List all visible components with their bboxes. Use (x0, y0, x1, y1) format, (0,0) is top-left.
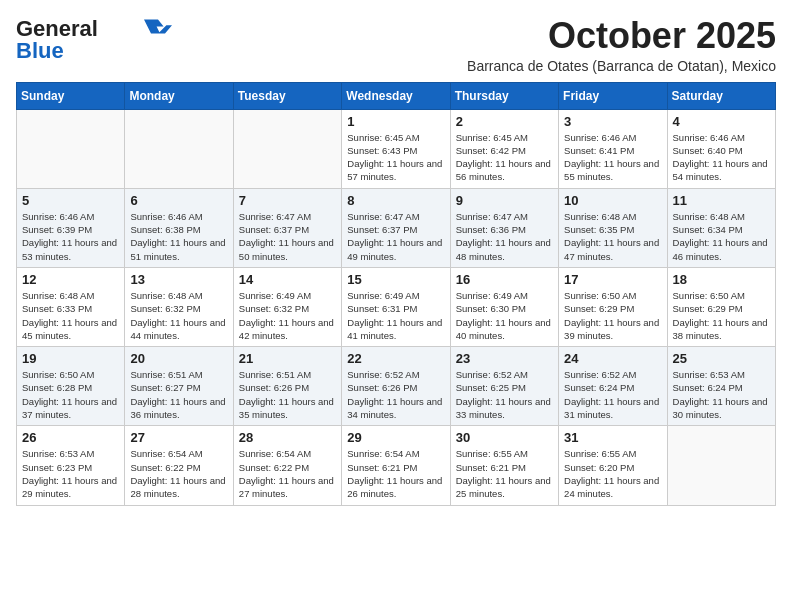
day-number: 3 (564, 114, 661, 129)
day-number: 1 (347, 114, 444, 129)
calendar-cell: 1Sunrise: 6:45 AM Sunset: 6:43 PM Daylig… (342, 109, 450, 188)
col-header-wednesday: Wednesday (342, 82, 450, 109)
logo: General Blue (16, 16, 172, 64)
day-number: 17 (564, 272, 661, 287)
calendar-cell: 20Sunrise: 6:51 AM Sunset: 6:27 PM Dayli… (125, 347, 233, 426)
calendar-cell: 6Sunrise: 6:46 AM Sunset: 6:38 PM Daylig… (125, 188, 233, 267)
day-info: Sunrise: 6:45 AM Sunset: 6:43 PM Dayligh… (347, 131, 444, 184)
day-number: 11 (673, 193, 770, 208)
calendar-cell (667, 426, 775, 505)
day-info: Sunrise: 6:52 AM Sunset: 6:26 PM Dayligh… (347, 368, 444, 421)
logo-icon (144, 19, 172, 37)
day-number: 24 (564, 351, 661, 366)
calendar-cell: 8Sunrise: 6:47 AM Sunset: 6:37 PM Daylig… (342, 188, 450, 267)
calendar-week-row: 26Sunrise: 6:53 AM Sunset: 6:23 PM Dayli… (17, 426, 776, 505)
calendar-cell: 3Sunrise: 6:46 AM Sunset: 6:41 PM Daylig… (559, 109, 667, 188)
col-header-thursday: Thursday (450, 82, 558, 109)
logo-blue: Blue (16, 38, 64, 64)
calendar-cell: 13Sunrise: 6:48 AM Sunset: 6:32 PM Dayli… (125, 267, 233, 346)
day-info: Sunrise: 6:46 AM Sunset: 6:38 PM Dayligh… (130, 210, 227, 263)
col-header-sunday: Sunday (17, 82, 125, 109)
day-info: Sunrise: 6:50 AM Sunset: 6:28 PM Dayligh… (22, 368, 119, 421)
day-number: 10 (564, 193, 661, 208)
calendar-week-row: 5Sunrise: 6:46 AM Sunset: 6:39 PM Daylig… (17, 188, 776, 267)
day-info: Sunrise: 6:46 AM Sunset: 6:40 PM Dayligh… (673, 131, 770, 184)
day-number: 15 (347, 272, 444, 287)
calendar-cell: 7Sunrise: 6:47 AM Sunset: 6:37 PM Daylig… (233, 188, 341, 267)
day-info: Sunrise: 6:53 AM Sunset: 6:24 PM Dayligh… (673, 368, 770, 421)
calendar-cell: 21Sunrise: 6:51 AM Sunset: 6:26 PM Dayli… (233, 347, 341, 426)
day-info: Sunrise: 6:47 AM Sunset: 6:36 PM Dayligh… (456, 210, 553, 263)
col-header-tuesday: Tuesday (233, 82, 341, 109)
day-info: Sunrise: 6:54 AM Sunset: 6:22 PM Dayligh… (239, 447, 336, 500)
page-header: General Blue October 2025 Barranca de Ot… (16, 16, 776, 74)
day-number: 20 (130, 351, 227, 366)
day-info: Sunrise: 6:46 AM Sunset: 6:41 PM Dayligh… (564, 131, 661, 184)
day-info: Sunrise: 6:55 AM Sunset: 6:20 PM Dayligh… (564, 447, 661, 500)
calendar-cell: 15Sunrise: 6:49 AM Sunset: 6:31 PM Dayli… (342, 267, 450, 346)
day-number: 19 (22, 351, 119, 366)
day-info: Sunrise: 6:50 AM Sunset: 6:29 PM Dayligh… (673, 289, 770, 342)
calendar-cell: 16Sunrise: 6:49 AM Sunset: 6:30 PM Dayli… (450, 267, 558, 346)
col-header-friday: Friday (559, 82, 667, 109)
day-info: Sunrise: 6:51 AM Sunset: 6:26 PM Dayligh… (239, 368, 336, 421)
day-number: 26 (22, 430, 119, 445)
day-info: Sunrise: 6:48 AM Sunset: 6:32 PM Dayligh… (130, 289, 227, 342)
calendar-week-row: 19Sunrise: 6:50 AM Sunset: 6:28 PM Dayli… (17, 347, 776, 426)
day-info: Sunrise: 6:45 AM Sunset: 6:42 PM Dayligh… (456, 131, 553, 184)
calendar-cell: 4Sunrise: 6:46 AM Sunset: 6:40 PM Daylig… (667, 109, 775, 188)
day-number: 28 (239, 430, 336, 445)
day-info: Sunrise: 6:47 AM Sunset: 6:37 PM Dayligh… (239, 210, 336, 263)
day-number: 16 (456, 272, 553, 287)
calendar-cell: 30Sunrise: 6:55 AM Sunset: 6:21 PM Dayli… (450, 426, 558, 505)
calendar-cell (125, 109, 233, 188)
calendar-cell: 19Sunrise: 6:50 AM Sunset: 6:28 PM Dayli… (17, 347, 125, 426)
day-number: 22 (347, 351, 444, 366)
day-info: Sunrise: 6:49 AM Sunset: 6:30 PM Dayligh… (456, 289, 553, 342)
calendar-week-row: 12Sunrise: 6:48 AM Sunset: 6:33 PM Dayli… (17, 267, 776, 346)
col-header-monday: Monday (125, 82, 233, 109)
day-number: 12 (22, 272, 119, 287)
day-number: 23 (456, 351, 553, 366)
month-title: October 2025 (467, 16, 776, 56)
calendar-cell (17, 109, 125, 188)
day-info: Sunrise: 6:54 AM Sunset: 6:21 PM Dayligh… (347, 447, 444, 500)
calendar-cell: 27Sunrise: 6:54 AM Sunset: 6:22 PM Dayli… (125, 426, 233, 505)
day-info: Sunrise: 6:48 AM Sunset: 6:35 PM Dayligh… (564, 210, 661, 263)
day-number: 5 (22, 193, 119, 208)
day-number: 13 (130, 272, 227, 287)
calendar-cell: 5Sunrise: 6:46 AM Sunset: 6:39 PM Daylig… (17, 188, 125, 267)
calendar-cell: 10Sunrise: 6:48 AM Sunset: 6:35 PM Dayli… (559, 188, 667, 267)
calendar-cell: 29Sunrise: 6:54 AM Sunset: 6:21 PM Dayli… (342, 426, 450, 505)
day-info: Sunrise: 6:49 AM Sunset: 6:31 PM Dayligh… (347, 289, 444, 342)
day-number: 6 (130, 193, 227, 208)
calendar-cell: 24Sunrise: 6:52 AM Sunset: 6:24 PM Dayli… (559, 347, 667, 426)
day-info: Sunrise: 6:46 AM Sunset: 6:39 PM Dayligh… (22, 210, 119, 263)
day-number: 4 (673, 114, 770, 129)
calendar-cell (233, 109, 341, 188)
calendar-cell: 28Sunrise: 6:54 AM Sunset: 6:22 PM Dayli… (233, 426, 341, 505)
calendar-cell: 25Sunrise: 6:53 AM Sunset: 6:24 PM Dayli… (667, 347, 775, 426)
calendar-cell: 31Sunrise: 6:55 AM Sunset: 6:20 PM Dayli… (559, 426, 667, 505)
calendar-cell: 23Sunrise: 6:52 AM Sunset: 6:25 PM Dayli… (450, 347, 558, 426)
day-number: 18 (673, 272, 770, 287)
day-number: 29 (347, 430, 444, 445)
day-number: 30 (456, 430, 553, 445)
day-info: Sunrise: 6:53 AM Sunset: 6:23 PM Dayligh… (22, 447, 119, 500)
calendar-cell: 17Sunrise: 6:50 AM Sunset: 6:29 PM Dayli… (559, 267, 667, 346)
day-info: Sunrise: 6:49 AM Sunset: 6:32 PM Dayligh… (239, 289, 336, 342)
col-header-saturday: Saturday (667, 82, 775, 109)
day-number: 8 (347, 193, 444, 208)
title-block: October 2025 Barranca de Otates (Barranc… (467, 16, 776, 74)
day-info: Sunrise: 6:52 AM Sunset: 6:25 PM Dayligh… (456, 368, 553, 421)
day-number: 9 (456, 193, 553, 208)
calendar-header-row: SundayMondayTuesdayWednesdayThursdayFrid… (17, 82, 776, 109)
calendar-week-row: 1Sunrise: 6:45 AM Sunset: 6:43 PM Daylig… (17, 109, 776, 188)
calendar-cell: 18Sunrise: 6:50 AM Sunset: 6:29 PM Dayli… (667, 267, 775, 346)
calendar-table: SundayMondayTuesdayWednesdayThursdayFrid… (16, 82, 776, 506)
day-number: 2 (456, 114, 553, 129)
calendar-cell: 14Sunrise: 6:49 AM Sunset: 6:32 PM Dayli… (233, 267, 341, 346)
day-number: 21 (239, 351, 336, 366)
calendar-cell: 22Sunrise: 6:52 AM Sunset: 6:26 PM Dayli… (342, 347, 450, 426)
calendar-cell: 11Sunrise: 6:48 AM Sunset: 6:34 PM Dayli… (667, 188, 775, 267)
